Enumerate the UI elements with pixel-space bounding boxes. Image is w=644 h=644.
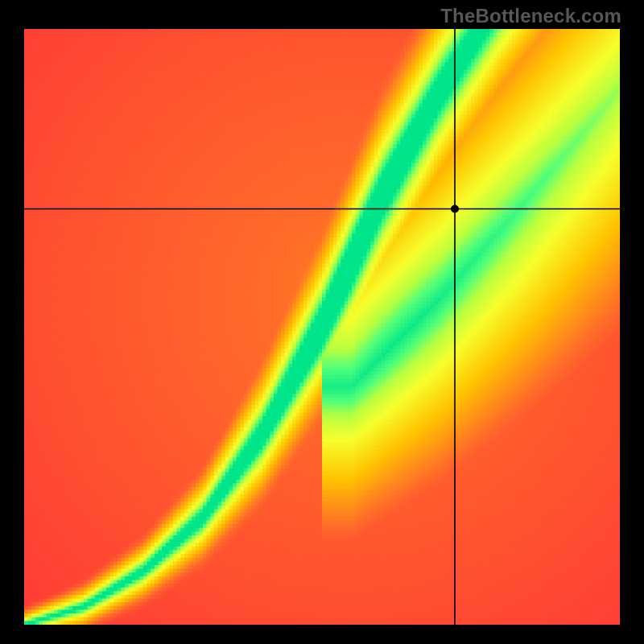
heatmap-canvas (24, 29, 620, 625)
heatmap-plot (24, 29, 620, 625)
watermark-text: TheBottleneck.com (440, 5, 621, 27)
chart-frame: TheBottleneck.com (0, 0, 644, 644)
